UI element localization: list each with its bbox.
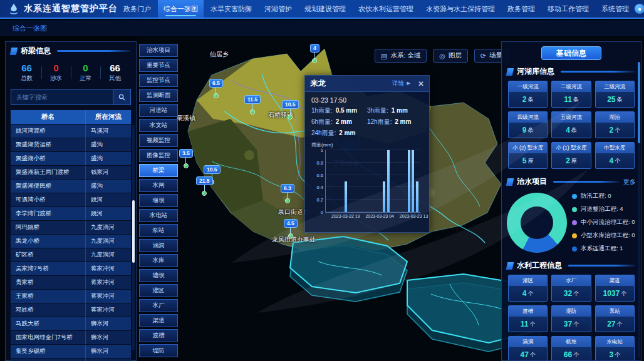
info-card-机埠[interactable]: 机埠66个 [551, 336, 591, 361]
table-row[interactable]: 贵家桥蒋家冲河 [11, 276, 131, 289]
layer-item-泵站[interactable]: 泵站 [139, 224, 178, 237]
table-row[interactable]: 吴家湾7号桥蒋家冲河 [11, 262, 131, 275]
info-card-水电站[interactable]: 水电站3个 [595, 336, 635, 361]
layer-item-监测断面[interactable]: 监测断面 [139, 89, 178, 102]
x-tick-label: 2023-03-23 04 [365, 214, 394, 218]
table-row[interactable]: 禹龙小桥九度淌河 [11, 235, 131, 248]
info-card-泵站[interactable]: 泵站27个 [595, 305, 635, 332]
layer-item-重要节点[interactable]: 重要节点 [139, 59, 178, 72]
nav-item-系统管理[interactable]: 系统管理 [596, 0, 635, 18]
info-card-小 (2) 型水库[interactable]: 小 (2) 型水库5座 [508, 142, 548, 169]
layer-item-图像监控[interactable]: 图像监控 [139, 149, 178, 162]
table-row[interactable]: 可遇湾小桥姚河 [11, 193, 131, 206]
table-row[interactable]: 姚河湾渡桥马溪河 [11, 125, 131, 138]
info-card-涵洞[interactable]: 涵洞47个 [508, 336, 548, 361]
river-name-cell: 姚河 [85, 207, 131, 220]
basic-info-tab[interactable]: 基础信息 [541, 46, 601, 60]
popup-detail-link[interactable]: 详情 ► [392, 79, 412, 88]
info-card-三级河流[interactable]: 三级河流25条 [595, 81, 635, 108]
river-name-cell: 蒋家冲河 [85, 262, 131, 275]
info-card-中型水库[interactable]: 中型水库4个 [595, 142, 635, 169]
info-card-水厂[interactable]: 水厂32个 [551, 275, 591, 302]
stat-value: 0 [41, 63, 71, 73]
nav-item-政务门户[interactable]: 政务门户 [118, 0, 157, 18]
table-row[interactable]: 国家电网理金门7号桥狮水河 [11, 331, 131, 344]
panel-scrollbar[interactable] [638, 62, 640, 358]
map-value-marker[interactable]: 6.5 [209, 76, 223, 98]
layer-item-渡槽[interactable]: 渡槽 [139, 329, 178, 342]
layer-item-水库[interactable]: 水库 [139, 254, 178, 267]
map-controls: ▤水系: 全域◎图层⟳场景 [375, 49, 509, 63]
info-card-一级河流[interactable]: 一级河流2条 [508, 81, 548, 108]
layer-item-水厂[interactable]: 水厂 [139, 299, 178, 312]
map-value-marker[interactable]: 6.3 [281, 181, 294, 203]
map-value-marker[interactable]: 4 [310, 41, 319, 63]
map-value-marker[interactable]: 11.5 [244, 93, 261, 114]
more-link[interactable]: 更多 [623, 178, 636, 186]
river-name-cell: 狮水河 [85, 317, 131, 330]
map-control-水系: 全域[interactable]: ▤水系: 全域 [375, 49, 427, 63]
info-card-五级河流[interactable]: 五级河流4条 [551, 111, 591, 138]
info-card-二级河流[interactable]: 二级河流11条 [551, 81, 591, 108]
layer-item-堤防[interactable]: 堤防 [139, 344, 178, 357]
table-row[interactable]: 集贤乡砚桥狮水河 [11, 345, 131, 358]
table-row[interactable]: 马践大桥狮水河 [11, 317, 131, 330]
nav-item-水资源与水土保持管理[interactable]: 水资源与水土保持管理 [420, 0, 501, 18]
search-input[interactable] [11, 89, 113, 105]
map-value-marker[interactable]: 10.5 [282, 98, 299, 119]
info-card-堤防[interactable]: 堤防37个 [551, 305, 591, 332]
info-card-小 (1) 型水库[interactable]: 小 (1) 型水库2座 [551, 142, 591, 169]
layer-item-桥梁[interactable]: 桥梁 [139, 164, 178, 177]
close-icon[interactable]: ✕ [418, 79, 424, 88]
breadcrumb[interactable]: 综合一张图 [0, 24, 47, 33]
table-row[interactable]: 聚盛湖新王两门渡桥钱家河 [11, 166, 131, 179]
map-control-图层[interactable]: ◎图层 [433, 49, 468, 63]
layer-item-灌区[interactable]: 灌区 [139, 284, 178, 297]
table-scrollbar[interactable] [132, 125, 135, 350]
nav-item-农饮水利运营管理[interactable]: 农饮水利运营管理 [353, 0, 419, 18]
layer-item-堰坝[interactable]: 堰坝 [139, 194, 178, 207]
layer-item-监控节点[interactable]: 监控节点 [139, 74, 178, 87]
info-card-灌区[interactable]: 灌区4个 [508, 275, 548, 302]
map-value-marker[interactable]: 3.5 [179, 146, 193, 168]
search-button[interactable] [113, 89, 131, 105]
info-card-四级河流[interactable]: 四级河流9条 [508, 111, 548, 138]
info-card-湖泊[interactable]: 湖泊2个 [595, 111, 635, 138]
info-card-渠道[interactable]: 渠道1037个 [595, 275, 635, 302]
layer-item-治水项目[interactable]: 治水项目 [139, 44, 178, 57]
card-label: 五级河流 [552, 112, 590, 123]
layer-item-河道站[interactable]: 河道站 [139, 104, 178, 117]
nav-item-政务管理[interactable]: 政务管理 [502, 0, 541, 18]
bridge-stat-涉水: 0涉水 [41, 63, 71, 83]
nav-item-水旱灾害防御[interactable]: 水旱灾害防御 [205, 0, 257, 18]
bridge-name-cell: 聚盛湖小桥 [11, 152, 85, 165]
table-row[interactable]: 王家桥蒋家冲河 [11, 290, 131, 303]
table-row[interactable]: 李学湾门渡桥姚河 [11, 207, 131, 220]
map-value-marker[interactable]: 4.5 [284, 216, 298, 238]
table-row[interactable]: 聚盛湖便民桥盛沟 [11, 180, 131, 193]
layer-item-渠道[interactable]: 渠道 [139, 314, 178, 327]
layer-item-塘坝[interactable]: 塘坝 [139, 269, 178, 282]
nav-item-河湖管护[interactable]: 河湖管护 [259, 0, 298, 18]
table-row[interactable]: 邓姓桥蒋家冲河 [11, 303, 131, 317]
marker-pin-icon [288, 233, 293, 238]
x-tick-label: 2023-03-23 13 [400, 214, 428, 218]
layer-item-水文站[interactable]: 水文站 [139, 119, 178, 132]
table-row[interactable]: 矿区桥九度淌河 [11, 248, 131, 262]
table-row[interactable]: 阿玛姚桥九度淌河 [11, 221, 131, 234]
layer-item-水闸[interactable]: 水闸 [139, 179, 178, 192]
table-row[interactable]: 聚盛湖小桥盛沟 [11, 152, 131, 165]
info-card-渡槽[interactable]: 渡槽11个 [508, 305, 548, 332]
layer-item-涵洞[interactable]: 涵洞 [139, 239, 178, 252]
user-menu[interactable]: ● hkub42080261 ▼ [635, 4, 644, 14]
table-row[interactable]: 杨家5号漫砚桥狮水河 [11, 358, 131, 361]
marker-stem [314, 53, 315, 58]
nav-item-规划建设管理[interactable]: 规划建设管理 [299, 0, 351, 18]
table-row[interactable]: 聚盛湖货运桥盛沟 [11, 138, 131, 151]
nav-item-综合一张图[interactable]: 综合一张图 [158, 0, 204, 18]
map-value-marker[interactable]: 21.5 [196, 174, 213, 196]
rain-metric: 24h雨量: 2 mm [311, 129, 367, 138]
layer-item-水电站[interactable]: 水电站 [139, 209, 178, 222]
nav-item-移动工作管理[interactable]: 移动工作管理 [542, 0, 595, 18]
layer-item-视频监控[interactable]: 视频监控 [139, 134, 178, 147]
